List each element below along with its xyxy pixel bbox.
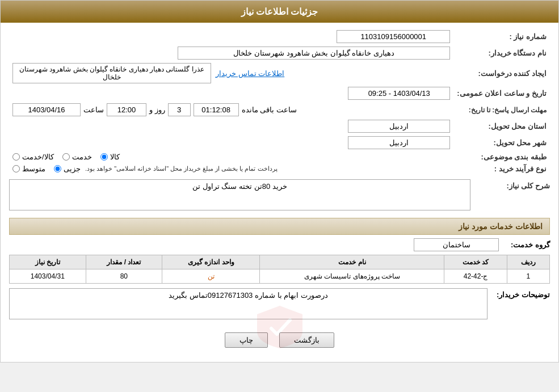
deadline-time: 12:00 [107,103,146,116]
process-motavasset-radio[interactable] [12,165,20,172]
announce-date-value: 1403/04/13 - 09:25 [348,87,450,100]
process-label: نوع فرآیند خرید : [453,163,550,175]
category-khedmat-radio[interactable] [62,153,70,161]
description-label: شرح کلی نیاز: [476,179,550,190]
agency-label: نام دستگاه خریدار: [453,45,550,61]
process-jozi-label: جزیی [64,165,81,173]
city-row: شهر محل تحویل: اردبیل [9,134,550,151]
table-row: 1 ج-42-42 ساخت پروژه‌های تاسیسات شهری تن… [10,269,550,284]
cell-date: 1403/04/31 [10,269,86,284]
service-group-value: ساختمان [414,238,499,251]
deadline-remaining: 01:12:08 [194,103,239,116]
agency-value: دهیاری خانقاه گیلوان بخش شاهرود شهرستان … [178,47,450,60]
service-group-row: گروه خدمت: ساختمان [9,238,550,251]
col-row-num: ردیف [507,255,549,269]
need-number-label: شماره نیاز : [453,28,550,45]
process-note: پرداخت تمام یا بخشی از مبلغ خریداز محل "… [85,165,278,172]
process-row: نوع فرآیند خرید : متوسط جزیی [9,163,550,175]
cell-unit: تن [162,269,260,284]
cell-name: ساخت پروژه‌های تاسیسات شهری [260,269,444,284]
cell-row-num: 1 [507,269,549,284]
cell-qty: 80 [86,269,162,284]
category-option-kala-khedmat[interactable]: کالا/خدمت [12,153,54,161]
agency-row: نام دستگاه خریدار: دهیاری خانقاه گیلوان … [9,45,550,61]
category-khedmat-label: خدمت [72,153,92,161]
shield-watermark-svg [246,303,314,348]
deadline-label: مهلت ارسال پاسخ: تا تاریخ: [453,102,550,118]
table-header-row: ردیف کد خدمت نام خدمت واحد اندازه گیری ت… [10,255,550,269]
contact-link[interactable]: اطلاعات تماس خریدار [216,69,284,78]
col-name: نام خدمت [260,255,444,269]
province-row: استان محل تحویل: اردبیل [9,118,550,134]
page-title: جزئیات اطلاعات نیاز [241,7,318,16]
province-value: اردبیل [348,120,450,133]
city-value: اردبیل [348,136,450,149]
description-textarea[interactable] [9,179,470,210]
deadline-row: مهلت ارسال پاسخ: تا تاریخ: 1403/04/16 سا… [9,102,550,118]
page-container: جزئیات اطلاعات نیاز شماره نیاز : 1103109… [0,0,559,363]
deadline-days: 3 [168,103,191,116]
category-label: طبقه بندی موضوعی: [453,151,550,163]
category-option-khedmat[interactable]: خدمت [62,153,92,161]
deadline-remaining-label: ساعت باقی مانده [242,106,297,114]
category-row: طبقه بندی موضوعی: کالا/خدمت خدمت [9,151,550,163]
page-header: جزئیات اطلاعات نیاز [1,1,558,23]
deadline-time-label: ساعت [83,106,104,114]
cell-code: ج-42-42 [444,269,507,284]
services-title-text: اطلاعات خدمات مورد نیاز [459,222,543,231]
col-qty: تعداد / مقدار [86,255,162,269]
col-code: کد خدمت [444,255,507,269]
creator-label: ایجاد کننده درخواست: [453,61,550,85]
city-label: شهر محل تحویل: [453,134,550,151]
col-unit: واحد اندازه گیری [162,255,260,269]
buyer-notes-label: توضیحات خریدار: [493,288,550,299]
creator-row: ایجاد کننده درخواست: عذرا گلستانی دهیار … [9,61,550,85]
deadline-days-label: روز و [149,106,165,114]
info-table: شماره نیاز : 1103109156000001 نام دستگاه… [9,28,550,175]
province-label: استان محل تحویل: [453,118,550,134]
col-date: تاریخ نیاز [10,255,86,269]
announce-date-label: تاریخ و ساعت اعلان عمومی: [453,85,550,102]
creator-value: عذرا گلستانی دهیار دهیاری خانقاه گیلوان … [12,63,211,83]
services-section-title: اطلاعات خدمات مورد نیاز [9,218,550,235]
category-kala-label: کالا [110,153,120,161]
service-group-label: گروه خدمت: [505,241,550,249]
category-option-kala[interactable]: کالا [100,153,120,161]
category-kala-radio[interactable] [100,153,108,161]
description-wrapper: خرید 80تن تخته سنگ تراول تن [9,179,470,212]
process-motavasset-label: متوسط [22,165,45,173]
deadline-date: 1403/04/16 [12,103,81,116]
need-number-row: شماره نیاز : 1103109156000001 [9,28,550,45]
process-jozi-radio[interactable] [54,165,61,172]
category-kala-khedmat-radio[interactable] [12,153,20,161]
announce-date-row: تاریخ و ساعت اعلان عمومی: 1403/04/13 - 0… [9,85,550,102]
process-option-motavasset[interactable]: متوسط [12,165,45,173]
category-kala-khedmat-label: کالا/خدمت [22,153,54,161]
need-number-value: 1103109156000001 [337,30,450,43]
services-table: ردیف کد خدمت نام خدمت واحد اندازه گیری ت… [9,255,550,284]
main-content: شماره نیاز : 1103109156000001 نام دستگاه… [1,23,558,362]
description-section: شرح کلی نیاز: خرید 80تن تخته سنگ تراول ت… [9,179,550,212]
process-option-jozi[interactable]: جزیی [54,165,81,173]
